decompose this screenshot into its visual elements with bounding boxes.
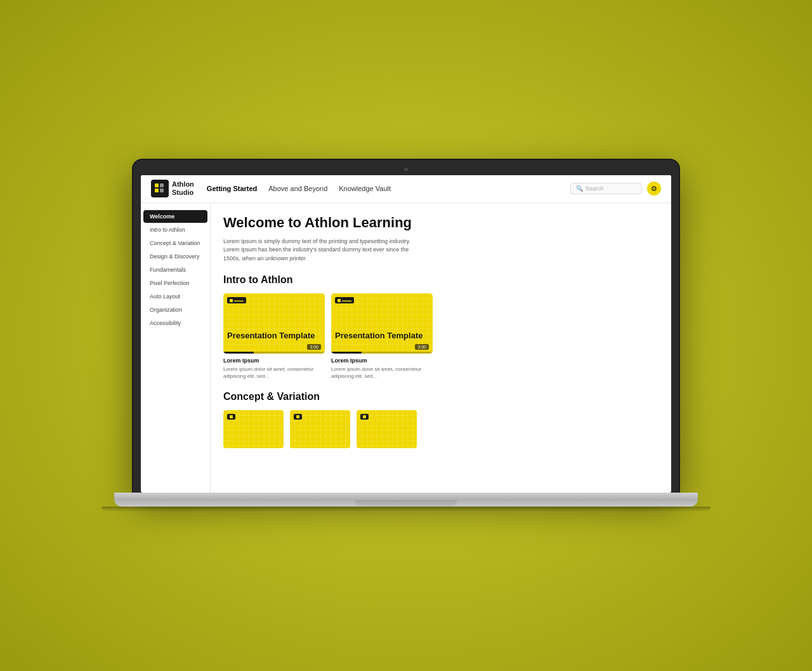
card-2-badge: 3:00 xyxy=(415,344,429,350)
laptop-camera xyxy=(404,168,408,171)
gear-button[interactable]: ⚙ xyxy=(647,182,661,196)
section-title-concept: Concept & Variation xyxy=(223,391,658,402)
intro-cards-row: ▬▬▬ Presentation Template 3:00 Lorem Ips… xyxy=(223,293,658,380)
card-1[interactable]: ▬▬▬ Presentation Template 3:00 Lorem Ips… xyxy=(223,293,325,380)
concept-card-3[interactable] xyxy=(357,410,417,448)
card-2[interactable]: ▬▬▬ Presentation Template 3:00 Lorem Ips… xyxy=(331,293,433,380)
svg-rect-1 xyxy=(155,189,159,192)
nav-item-above-beyond[interactable]: Above and Beyond xyxy=(268,185,327,192)
card-1-progress-bar xyxy=(223,352,325,354)
app-body: Welcome Intro to Athlon Concept & Variat… xyxy=(141,203,671,493)
card-1-progress-fill xyxy=(223,352,254,354)
card-1-title: Lorem Ipsum xyxy=(223,357,325,364)
header-right: 🔍 Search ⚙ xyxy=(570,182,661,196)
card-2-thumbnail: ▬▬▬ Presentation Template 3:00 xyxy=(331,293,433,354)
concept-card-1-icon xyxy=(227,414,235,420)
logo-text: Athlon Studio xyxy=(172,180,194,197)
search-box[interactable]: 🔍 Search xyxy=(570,183,642,194)
search-placeholder: Search xyxy=(586,185,636,192)
section-title-intro: Intro to Athlon xyxy=(223,274,658,286)
main-content: Welcome to Athlon Learning Lorem Ipsum i… xyxy=(211,203,671,493)
concept-card-2[interactable] xyxy=(290,410,350,448)
laptop-shadow xyxy=(102,507,710,512)
card-2-title: Lorem Ipsum xyxy=(331,357,433,364)
page-title: Welcome to Athlon Learning xyxy=(223,215,658,231)
laptop-bezel: Athlon Studio Getting Started Above and … xyxy=(133,160,679,493)
concept-card-3-icon xyxy=(360,414,369,420)
sidebar-item-design[interactable]: Design & Discovery xyxy=(143,250,207,263)
sidebar-item-accessibility[interactable]: Accessibility xyxy=(143,317,207,329)
card-2-icon-dot xyxy=(337,299,341,302)
card-2-desc: Lorem ipsum dolor sit amet, consectetur … xyxy=(331,366,433,380)
laptop-container: Athlon Studio Getting Started Above and … xyxy=(133,160,679,512)
laptop-base xyxy=(114,493,698,507)
card-2-progress-fill xyxy=(331,352,362,354)
svg-rect-0 xyxy=(155,183,159,187)
logo-icon xyxy=(151,180,169,197)
svg-rect-2 xyxy=(160,183,164,187)
sidebar-item-autolayout[interactable]: Auto Layout xyxy=(143,290,207,303)
sidebar-item-welcome[interactable]: Welcome xyxy=(143,210,207,223)
sidebar-item-pixel[interactable]: Pixel Perfection xyxy=(143,277,207,289)
card-1-thumbnail: ▬▬▬ Presentation Template 3:00 xyxy=(223,293,325,354)
laptop-screen: Athlon Studio Getting Started Above and … xyxy=(141,175,671,493)
card-1-text: Presentation Template xyxy=(227,331,321,341)
card-1-desc: Lorem ipsum dolor sit amet, consectetur … xyxy=(223,366,325,380)
card-1-icon-dot xyxy=(230,299,233,302)
search-icon: 🔍 xyxy=(576,185,583,192)
nav-item-knowledge-vault[interactable]: Knowledge Vault xyxy=(339,185,391,192)
sidebar-item-organization[interactable]: Organization xyxy=(143,303,207,316)
nav-item-getting-started[interactable]: Getting Started xyxy=(207,185,257,192)
nav-bar: Getting Started Above and Beyond Knowled… xyxy=(207,185,570,192)
svg-rect-3 xyxy=(160,189,164,192)
card-2-progress-bar xyxy=(331,352,433,354)
sidebar-item-fundamentals[interactable]: Fundamentals xyxy=(143,263,207,276)
app-logo: Athlon Studio xyxy=(151,180,194,197)
page-description: Lorem Ipsum is simply dummy text of the … xyxy=(223,237,426,263)
card-2-text: Presentation Template xyxy=(335,331,429,341)
app-header: Athlon Studio Getting Started Above and … xyxy=(141,175,671,203)
concept-section: Concept & Variation xyxy=(223,391,658,448)
sidebar-item-intro[interactable]: Intro to Athlon xyxy=(143,223,207,236)
card-1-badge: 3:00 xyxy=(307,344,321,350)
card-2-icon: ▬▬▬ xyxy=(335,297,354,303)
concept-card-2-icon xyxy=(294,414,302,420)
concept-card-1[interactable] xyxy=(223,410,284,448)
sidebar: Welcome Intro to Athlon Concept & Variat… xyxy=(141,203,211,493)
card-1-icon: ▬▬▬ xyxy=(227,297,246,303)
sidebar-item-concept[interactable]: Concept & Variation xyxy=(143,237,207,249)
concept-cards-row xyxy=(223,410,658,448)
